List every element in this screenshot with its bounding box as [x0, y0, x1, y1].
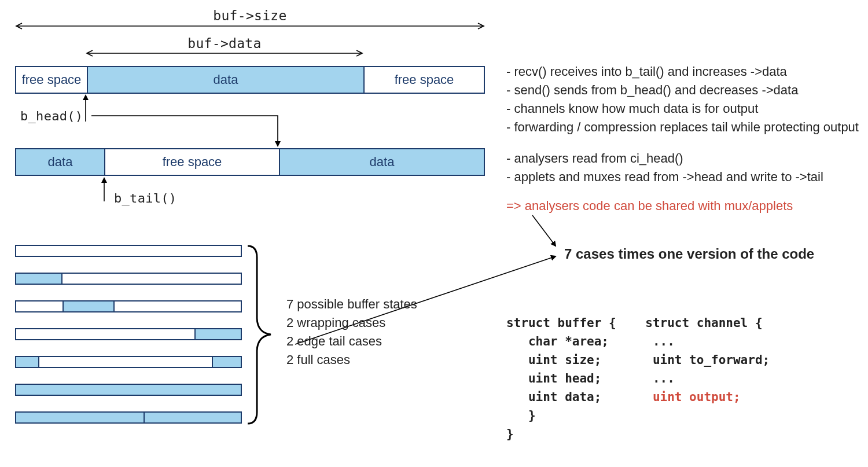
states-line-4: 2 full cases [286, 351, 417, 369]
bullet-channels: - channels know how much data is for out… [506, 100, 859, 118]
buffer-close: } [528, 409, 536, 422]
buffer-size: uint size; [528, 353, 601, 367]
b-head-label: b_head() [20, 109, 83, 123]
states-caption: 7 possible buffer states 2 wrapping case… [286, 295, 417, 369]
bar2-free: free space [105, 149, 279, 175]
states-line-3: 2 edge tail cases [286, 332, 417, 351]
bar1-free-right: free space [365, 67, 484, 93]
channel-dots2: ... [653, 372, 675, 385]
buf-size-label: buf->size [15, 8, 485, 23]
svg-line-4 [532, 215, 556, 246]
code-block: struct buffer { struct channel { char *a… [506, 295, 770, 443]
bullets-top: - recv() receives into b_tail() and incr… [506, 62, 859, 137]
buffer-data: uint data; [528, 390, 601, 404]
bullets-mid: - analysers read from ci_head() - applet… [506, 149, 823, 186]
channel-dots1: ... [653, 334, 675, 348]
bar1-free-left: free space [16, 67, 87, 93]
channel-tofwd: uint to_forward; [653, 353, 770, 367]
bar2-data-left: data [16, 149, 105, 175]
states-line-2: 2 wrapping cases [286, 314, 417, 332]
bullet-recv: - recv() receives into b_tail() and incr… [506, 62, 859, 81]
state-bar-middle [15, 300, 242, 312]
state-bar-full-2 [15, 411, 242, 424]
buffer-bar-1: free space data free space [15, 66, 485, 94]
channel-open: struct channel { [645, 316, 762, 330]
channel-output: uint output; [653, 390, 741, 404]
headline: 7 cases times one version of the code [564, 246, 814, 262]
conclusion: => analysers code can be shared with mux… [506, 197, 793, 215]
state-bar-full-1 [15, 384, 242, 396]
buffer-head: uint head; [528, 372, 601, 385]
buf-data-label: buf->data [86, 36, 363, 51]
bar2-data-right: data [279, 149, 484, 175]
b-tail-label: b_tail() [114, 191, 176, 205]
bullet-send: - send() sends from b_head() and decreas… [506, 81, 859, 100]
buffer-area: char *area; [528, 334, 609, 348]
state-bar-tail [15, 328, 242, 340]
buffer-close2: } [506, 427, 514, 441]
states-line-1: 7 possible buffer states [286, 295, 417, 314]
bullet-fwd: - forwarding / compression replaces tail… [506, 118, 859, 137]
bullet-applets: - applets and muxes read from ->head and… [506, 168, 823, 186]
bullet-analysers: - analysers read from ci_head() [506, 149, 823, 168]
buffer-open: struct buffer { [506, 316, 616, 330]
bar1-data: data [87, 67, 365, 93]
state-bar-empty [15, 245, 242, 257]
buffer-bar-2: data free space data [15, 148, 485, 176]
state-bar-head-partial [15, 273, 242, 285]
state-bar-wrapped [15, 356, 242, 368]
